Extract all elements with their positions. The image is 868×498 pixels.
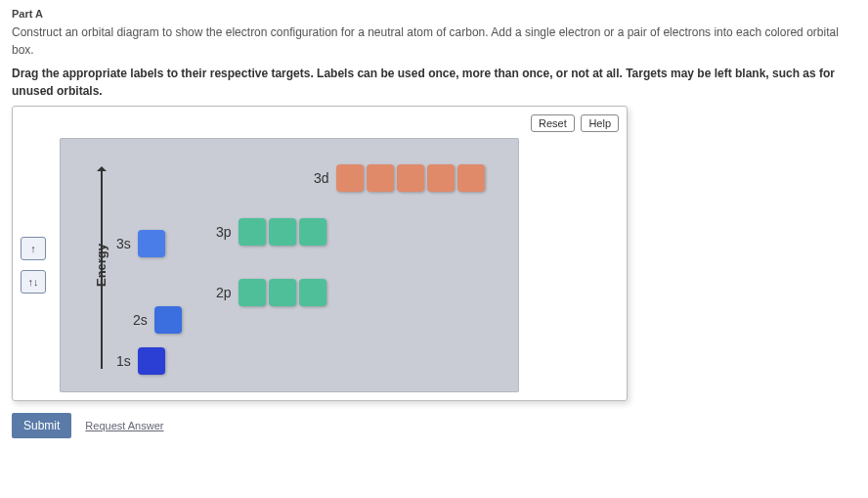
part-label: Part A: [12, 8, 856, 20]
orbital-row-3d: 3d: [314, 164, 485, 192]
label-palette: ↑ ↑↓: [21, 237, 46, 294]
orbital-row-2p: 2p: [216, 279, 326, 306]
orbital-box-3p-2[interactable]: [269, 218, 296, 246]
orbital-row-3p: 3p: [216, 218, 326, 246]
orbital-diagram: Energy 1s 2s 2p 3s 3p: [60, 138, 519, 392]
orbital-box-3p-3[interactable]: [299, 218, 326, 246]
orbital-box-3d-2[interactable]: [367, 164, 394, 192]
orbital-box-3s[interactable]: [138, 230, 165, 257]
orbital-label-2s: 2s: [133, 312, 148, 328]
question-panel: Reset Help ↑ ↑↓ Energy 1s 2s 2p: [12, 106, 628, 401]
instruction-2: Drag the appropriate labels to their res…: [12, 65, 856, 100]
orbital-label-1s: 1s: [116, 353, 131, 369]
orbital-box-2p-2[interactable]: [269, 279, 296, 306]
orbital-label-2p: 2p: [216, 285, 232, 300]
orbital-label-3s: 3s: [116, 236, 131, 251]
orbital-box-3p-1[interactable]: [239, 218, 266, 246]
request-answer-link[interactable]: Request Answer: [85, 420, 163, 431]
instruction-1: Construct an orbital diagram to show the…: [12, 23, 856, 59]
help-button[interactable]: Help: [581, 114, 619, 132]
orbital-box-3d-1[interactable]: [336, 164, 364, 192]
orbital-row-1s: 1s: [116, 347, 165, 375]
orbital-box-1s[interactable]: [138, 347, 165, 375]
orbital-row-3s: 3s: [116, 230, 165, 257]
orbital-box-3d-5[interactable]: [457, 164, 485, 192]
orbital-box-2p-1[interactable]: [239, 279, 266, 306]
orbital-box-3d-4[interactable]: [427, 164, 455, 192]
reset-button[interactable]: Reset: [531, 114, 575, 132]
energy-axis-label: Energy: [94, 244, 108, 287]
orbital-box-2s[interactable]: [154, 306, 182, 334]
orbital-box-3d-3[interactable]: [397, 164, 424, 192]
orbital-label-3d: 3d: [314, 170, 329, 186]
single-electron-chip[interactable]: ↑: [21, 237, 46, 260]
orbital-row-2s: 2s: [133, 306, 182, 334]
submit-button[interactable]: Submit: [12, 413, 71, 438]
orbital-label-3p: 3p: [216, 224, 232, 240]
orbital-box-2p-3[interactable]: [299, 279, 326, 306]
electron-pair-chip[interactable]: ↑↓: [21, 270, 46, 294]
